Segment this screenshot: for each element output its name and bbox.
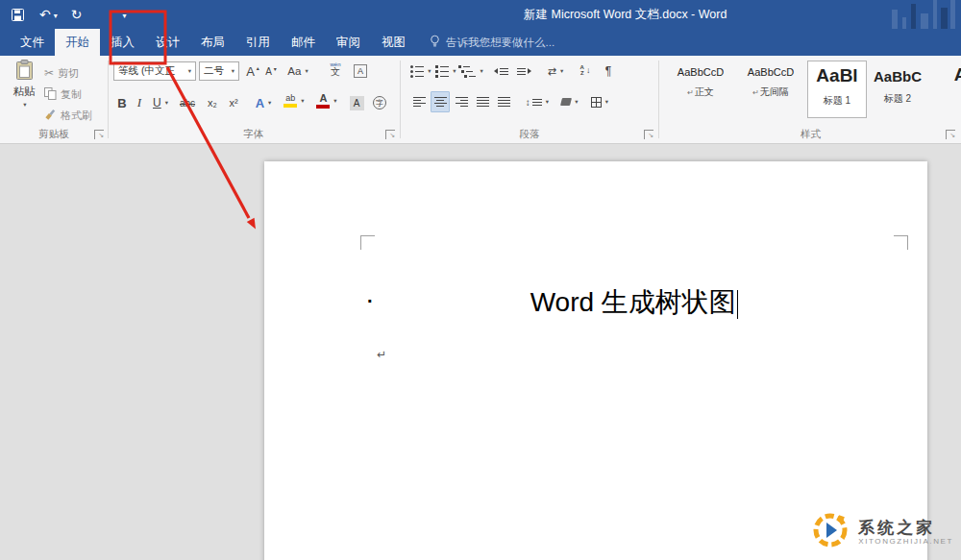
- clipboard-dialog-launcher-icon[interactable]: ↘: [94, 130, 104, 139]
- distribute-icon: [498, 97, 510, 107]
- asian-layout-button[interactable]: ⇄ ▾: [542, 61, 569, 82]
- character-shading-button[interactable]: A: [347, 92, 366, 113]
- redo-button[interactable]: ↻: [71, 0, 83, 29]
- bullets-button[interactable]: ▾: [409, 61, 432, 82]
- align-right-button[interactable]: [452, 91, 471, 112]
- document-page[interactable]: · Word 生成树状图 ↵: [264, 161, 927, 560]
- phonetic-guide-button[interactable]: wén文: [324, 59, 347, 80]
- margin-crop-mark-right: [894, 235, 908, 250]
- font-dialog-launcher-icon[interactable]: ↘: [385, 130, 395, 139]
- highlight-color-button[interactable]: ab ▾: [280, 90, 308, 111]
- underline-dropdown-icon[interactable]: ▾: [165, 99, 168, 107]
- tab-references[interactable]: 引用: [235, 29, 281, 56]
- multilevel-list-button[interactable]: ▾: [459, 61, 482, 82]
- strikethrough-glyph: abc: [180, 98, 195, 109]
- font-size-dropdown-icon[interactable]: ▾: [229, 67, 234, 75]
- numbering-dropdown-icon[interactable]: ▾: [453, 67, 456, 75]
- superscript-button[interactable]: x²: [224, 92, 243, 113]
- align-left-button[interactable]: [409, 91, 429, 112]
- tab-home[interactable]: 开始: [55, 29, 100, 56]
- enclose-characters-glyph: 字: [373, 96, 386, 110]
- borders-dropdown-icon[interactable]: ▾: [605, 98, 608, 106]
- highlight-dropdown-icon[interactable]: ▾: [301, 97, 304, 105]
- save-icon[interactable]: [12, 0, 24, 29]
- italic-button[interactable]: I: [134, 92, 145, 113]
- style-mark: ↵: [752, 88, 759, 97]
- font-size-combo[interactable]: 二号 ▾: [199, 61, 239, 81]
- bold-button[interactable]: B: [114, 92, 130, 113]
- superscript-glyph: x²: [229, 97, 237, 109]
- styles-dialog-launcher-icon[interactable]: ↘: [946, 130, 955, 139]
- undo-button[interactable]: ↶: [39, 0, 51, 29]
- change-case-dropdown-icon[interactable]: ▾: [305, 67, 308, 75]
- asian-layout-dropdown-icon[interactable]: ▾: [560, 67, 563, 75]
- tell-me-box[interactable]: 告诉我您想要做什么...: [430, 29, 554, 56]
- underline-button[interactable]: U ▾: [149, 92, 172, 113]
- font-color-dropdown-icon[interactable]: ▾: [333, 97, 336, 105]
- borders-grid-icon: [591, 97, 602, 108]
- bullets-dropdown-icon[interactable]: ▾: [428, 67, 431, 75]
- cut-button[interactable]: ✂ 剪切: [44, 63, 79, 83]
- subscript-button[interactable]: x₂: [203, 92, 222, 113]
- borders-button[interactable]: ▾: [586, 91, 613, 112]
- copy-button[interactable]: 复制: [44, 85, 82, 104]
- qat-customize-icon[interactable]: ▾: [122, 1, 126, 30]
- shading-bucket-icon: [560, 98, 572, 106]
- shading-button[interactable]: ▾: [557, 91, 582, 112]
- style-heading-1[interactable]: AaBl 标题 1: [807, 61, 867, 118]
- font-name-combo[interactable]: 等线 (中文正 ▾: [113, 61, 196, 81]
- tab-insert[interactable]: 插入: [100, 29, 145, 56]
- grow-font-button[interactable]: A▴: [244, 61, 261, 82]
- tab-mailings[interactable]: 邮件: [281, 29, 326, 56]
- style-preview: AaBl: [808, 65, 866, 86]
- style-normal[interactable]: AaBbCcD ↵正文: [668, 61, 733, 118]
- align-center-button[interactable]: [431, 91, 450, 112]
- style-heading-2[interactable]: AaBbC 标题 2: [871, 61, 924, 118]
- decrease-indent-button[interactable]: [490, 61, 511, 82]
- tab-review[interactable]: 审阅: [326, 29, 371, 56]
- text-cursor: [737, 290, 739, 319]
- undo-dropdown-icon[interactable]: ▾: [54, 1, 58, 30]
- text-effects-button[interactable]: A ▾: [251, 92, 276, 113]
- font-color-button[interactable]: A ▾: [312, 90, 341, 111]
- paste-button[interactable]: 粘贴 ▾: [6, 60, 42, 131]
- format-painter-button[interactable]: 格式刷: [44, 106, 92, 125]
- increase-indent-button[interactable]: [513, 61, 534, 82]
- justify-button[interactable]: [473, 91, 492, 112]
- watermark-site: XITONGZHIJIA.NET: [858, 537, 953, 546]
- change-case-button[interactable]: Aa ▾: [285, 61, 310, 82]
- clipboard-group-label: 剪贴板: [0, 128, 108, 141]
- strikethrough-button[interactable]: abc: [176, 92, 199, 113]
- paste-dropdown-icon[interactable]: ▾: [23, 101, 26, 109]
- document-heading[interactable]: Word 生成树状图: [360, 284, 908, 321]
- style-name: 无间隔: [760, 86, 789, 97]
- align-left-icon: [413, 97, 426, 107]
- line-spacing-dropdown-icon[interactable]: ▾: [546, 98, 549, 106]
- tab-design[interactable]: 设计: [145, 29, 190, 56]
- align-right-icon: [456, 97, 468, 107]
- multilevel-dropdown-icon[interactable]: ▾: [480, 67, 482, 75]
- increase-indent-icon: [528, 68, 531, 74]
- copy-icon: [44, 87, 57, 102]
- shading-dropdown-icon[interactable]: ▾: [575, 98, 578, 106]
- bullets-icon: [410, 65, 424, 78]
- paragraph-mark: ↵: [377, 348, 386, 361]
- text-effects-dropdown-icon[interactable]: ▾: [268, 99, 271, 107]
- style-heading-3[interactable]: Aa: [937, 61, 961, 118]
- tab-layout[interactable]: 布局: [190, 29, 235, 56]
- paragraph-dialog-launcher-icon[interactable]: ↘: [644, 130, 653, 139]
- enclose-characters-button[interactable]: 字: [370, 92, 389, 113]
- tab-view[interactable]: 视图: [371, 29, 416, 56]
- shrink-font-button[interactable]: A▾: [262, 61, 280, 82]
- line-spacing-button[interactable]: ↕ ▾: [523, 91, 552, 112]
- tab-file[interactable]: 文件: [10, 29, 55, 56]
- numbering-button[interactable]: ▾: [434, 61, 457, 82]
- distribute-button[interactable]: [494, 91, 513, 112]
- paragraph-group-label: 段落: [402, 128, 657, 141]
- change-case-glyph: Aa: [287, 65, 301, 77]
- sort-button[interactable]: AZ ↓: [575, 60, 596, 81]
- character-border-button[interactable]: A: [351, 61, 370, 82]
- font-name-dropdown-icon[interactable]: ▾: [185, 67, 191, 75]
- style-no-spacing[interactable]: AaBbCcD ↵无间隔: [738, 61, 803, 118]
- show-hide-marks-button[interactable]: ¶: [600, 61, 617, 82]
